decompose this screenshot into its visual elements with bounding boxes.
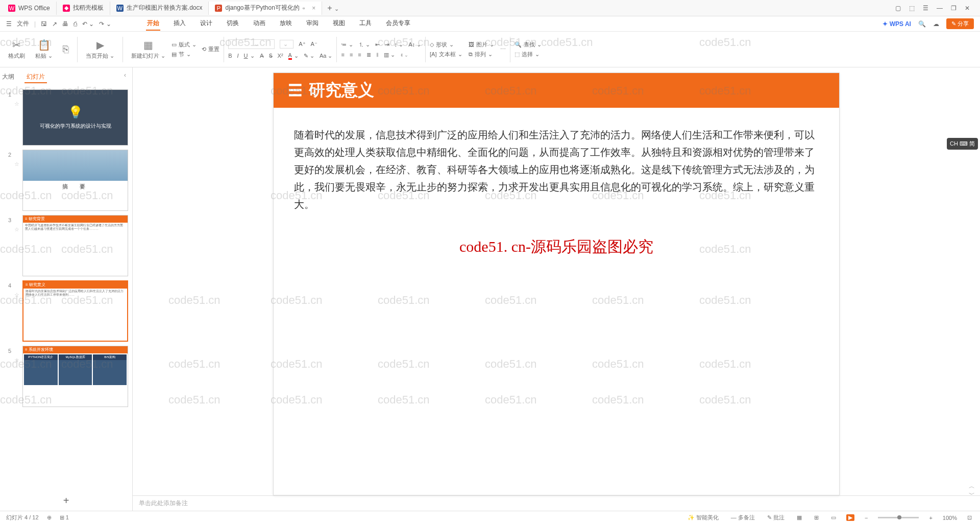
shape-button[interactable]: ◇ 形状 ⌄ — [430, 41, 462, 49]
italic-button[interactable]: I — [237, 53, 239, 59]
align-center-button[interactable]: ≡ — [350, 52, 353, 58]
line-spacing-button[interactable]: ↕ ⌄ — [395, 41, 404, 48]
tab-outline[interactable]: 大纲 — [0, 72, 16, 83]
select-button[interactable]: ⬚ 选择 ⌄ — [514, 51, 542, 58]
export-icon[interactable]: ↗ — [52, 20, 57, 28]
comments-button[interactable]: ✎ 批注 — [765, 514, 787, 521]
window-minimize[interactable]: — — [937, 5, 943, 12]
slide-thumb-5[interactable]: ≡ 系统开发环境 PYTHON语言简介MySQL数据库B/S架构 — [22, 346, 128, 407]
text-direction-button[interactable]: A↕ ⌄ — [408, 41, 421, 48]
menu-animation[interactable]: 动画 — [252, 17, 266, 31]
view-slideshow[interactable]: ▶ — [846, 514, 854, 521]
tab-ppt-active[interactable]: Pdjango基于Python可视化的▫× — [209, 2, 322, 15]
view-sorter[interactable]: ⊞ — [812, 514, 821, 521]
view-reading[interactable]: ▭ — [829, 514, 838, 521]
align-right-button[interactable]: ≡ — [358, 52, 361, 58]
add-slide-button[interactable]: + — [0, 491, 132, 511]
ime-badge[interactable]: CH ⌨ 简 — [947, 138, 978, 150]
underline-button[interactable]: U ⌄ — [244, 53, 255, 59]
align-justify-button[interactable]: ≣ — [366, 52, 371, 58]
tab-wps-office[interactable]: WWPS Office — [2, 2, 57, 15]
file-menu[interactable]: 文件 — [17, 19, 29, 28]
menu-transition[interactable]: 切换 — [226, 17, 240, 31]
multi-notes[interactable]: — 多备注 — [729, 514, 757, 521]
align-left-button[interactable]: ≡ — [341, 52, 344, 58]
font-family[interactable]: ⌄ — [228, 39, 275, 49]
tab-docx[interactable]: W生产印模图片替换方案.docx — [110, 2, 209, 15]
format-painter[interactable]: ✂格式刷 — [4, 39, 29, 60]
win-icon-1[interactable]: ▢ — [895, 5, 901, 12]
wps-ai-button[interactable]: ✦ WPS AI — [883, 20, 911, 28]
zoom-out[interactable]: − — [863, 515, 870, 521]
layout-button[interactable]: ▭ 版式 ⌄ — [172, 41, 197, 49]
section-button[interactable]: ▤ 节 ⌄ — [172, 51, 197, 58]
bold-button[interactable]: B — [228, 53, 232, 59]
zoom-in[interactable]: + — [927, 515, 934, 521]
menu-tools[interactable]: 工具 — [358, 17, 373, 31]
textbox-button[interactable]: [A] 文本框 ⌄ — [430, 51, 462, 58]
columns-button[interactable]: ▥ ⌄ — [384, 52, 395, 58]
pdf-icon[interactable]: ⎙ — [74, 20, 77, 28]
paste-button[interactable]: 📋粘贴 ⌄ — [31, 39, 57, 60]
menu-start[interactable]: 开始 — [146, 17, 160, 31]
window-close[interactable]: ✕ — [965, 5, 970, 12]
close-tab-icon[interactable]: × — [312, 5, 315, 12]
thumbnail-list[interactable]: 1☆ 💡可视化的学习系统的设计与实现 2☆ 摘 要 3☆ ≡ 研究背景中国经济飞… — [0, 85, 132, 491]
change-case-button[interactable]: Aa ⌄ — [320, 53, 333, 59]
collapse-panel-icon[interactable]: ‹ — [124, 72, 126, 83]
slide-thumb-1[interactable]: 💡可视化的学习系统的设计与实现 — [22, 89, 128, 146]
win-icon-2[interactable]: ⬚ — [909, 5, 915, 12]
indent-inc-button[interactable]: ⇥ — [385, 41, 389, 48]
font-size[interactable]: ⌄ — [280, 40, 293, 49]
strike2-button[interactable]: S̶ — [269, 53, 273, 59]
redo-icon[interactable]: ↷ ⌄ — [99, 20, 111, 28]
highlight-button[interactable]: A ⌄ — [288, 52, 299, 60]
menu-review[interactable]: 审阅 — [305, 17, 320, 31]
slide-thumb-2[interactable]: 摘 要 — [22, 150, 128, 211]
picture-button[interactable]: 🖼 图片 ⌄ — [469, 41, 494, 49]
menu-view[interactable]: 视图 — [332, 17, 346, 31]
zoom-level[interactable]: 100% — [943, 515, 957, 521]
undo-icon[interactable]: ↶ ⌄ — [82, 20, 94, 28]
menu-member[interactable]: 会员专享 — [385, 17, 411, 31]
hamburger-icon[interactable]: ☰ — [6, 20, 12, 28]
menu-insert[interactable]: 插入 — [173, 17, 187, 31]
superscript-button[interactable]: X² — [278, 53, 283, 59]
save-icon[interactable]: 🖫 — [41, 20, 47, 28]
arrange-button[interactable]: ⧉ 排列 ⌄ — [469, 51, 494, 58]
distribute-button[interactable]: ⫴ — [376, 52, 379, 58]
smart-beautify[interactable]: ✨ 智能美化 — [685, 514, 721, 521]
align-top-button[interactable]: ⫞ ⌄ — [400, 52, 408, 58]
bullets-button[interactable]: ≔ ⌄ — [341, 41, 353, 48]
from-current-button[interactable]: ▶当页开始 ⌄ — [82, 39, 118, 60]
numbering-button[interactable]: ⒈ ⌄ — [358, 41, 370, 49]
shape-extra[interactable]: ⋯ — [500, 46, 506, 53]
slide-thumb-4[interactable]: ≡ 研究意义随着时代的发展信息技术得到广泛的应用给人们和生活注入了充沛的活力网络… — [22, 280, 128, 342]
share-button[interactable]: ✎ 分享 — [946, 18, 974, 29]
status-icon-2[interactable]: ⊞ 1 — [60, 514, 69, 521]
decrease-font[interactable]: A⁻ — [311, 41, 317, 47]
current-slide[interactable]: ☰研究意义 随着时代的发展，信息技术得到广泛的应用给人们和生活注入了充沛的活力。… — [273, 73, 840, 495]
menu-design[interactable]: 设计 — [199, 17, 213, 31]
font-color-button[interactable]: ✎ ⌄ — [304, 53, 314, 59]
indent-dec-button[interactable]: ⇤ — [375, 41, 380, 48]
scroll-down-icon[interactable]: ﹀ — [968, 490, 976, 498]
notes-area[interactable]: 单击此处添加备注 — [133, 495, 980, 511]
slide-thumb-3[interactable]: ≡ 研究背景中国经济飞速增长科学技术不断发展互联网行业已经渗透了生活的方方面面人… — [22, 215, 128, 276]
win-icon-3[interactable]: ☰ — [923, 5, 928, 12]
new-tab-button[interactable]: + ⌄ — [322, 4, 344, 13]
cloud-icon[interactable]: ☁ — [933, 20, 939, 28]
fit-button[interactable]: ⊡ — [965, 514, 974, 521]
tab-slides[interactable]: 幻灯片 — [24, 72, 47, 83]
window-maximize[interactable]: ❐ — [951, 5, 957, 12]
scroll-up-icon[interactable]: ︿ — [968, 482, 976, 490]
tab-template[interactable]: ◆找稻壳模板 — [57, 2, 110, 15]
print-icon[interactable]: 🖶 — [62, 20, 68, 28]
clipboard-extra[interactable]: ⎘ — [59, 43, 73, 55]
menu-slideshow[interactable]: 放映 — [279, 17, 293, 31]
new-slide-button[interactable]: ▦新建幻灯片 ⌄ — [127, 39, 169, 60]
increase-font[interactable]: A⁺ — [299, 41, 305, 47]
search-icon[interactable]: 🔍 — [918, 20, 926, 28]
status-icon-1[interactable]: ⊕ — [47, 514, 52, 521]
view-normal[interactable]: ▦ — [795, 514, 804, 521]
